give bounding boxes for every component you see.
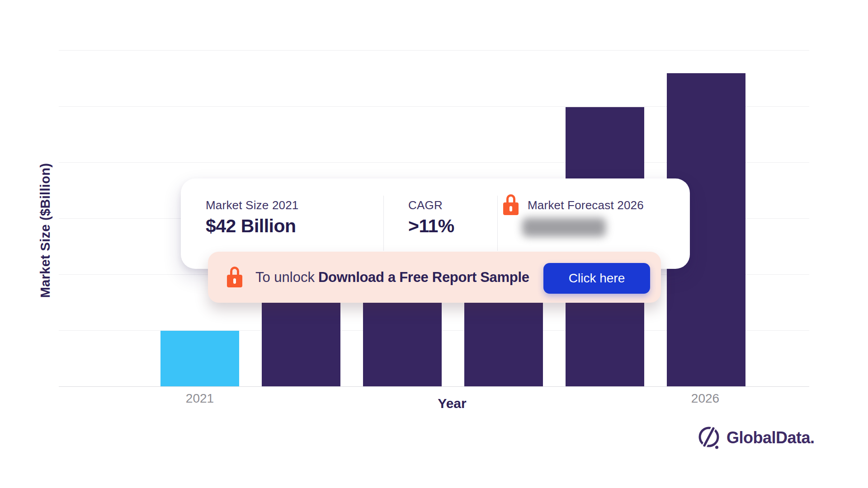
unlock-bold-text: Download a Free Report Sample: [318, 269, 529, 286]
forecast-stat: Market Forecast 2026: [503, 194, 644, 215]
lock-icon: [503, 194, 519, 215]
bar-2024: [464, 289, 543, 386]
x-tick-2026: 2026: [691, 391, 719, 406]
cagr-label: CAGR: [408, 198, 454, 212]
bar-2022: [262, 289, 340, 386]
x-axis-label: Year: [438, 396, 466, 411]
globaldata-logo-icon: [698, 425, 721, 450]
bar-2021: [160, 331, 239, 386]
gridline: [59, 50, 809, 51]
card-divider: [497, 196, 498, 251]
click-here-button[interactable]: Click here: [543, 263, 650, 294]
locked-forecast-value: [522, 218, 606, 237]
card-divider: [383, 196, 384, 251]
lock-icon: [227, 267, 242, 287]
market-size-stat: Market Size 2021 $42 Billion: [206, 198, 299, 237]
unlock-banner: To unlock Download a Free Report Sample …: [208, 252, 661, 303]
chart-canvas: Market Size ($Billion) 2021 2026 Year Ma…: [0, 0, 868, 488]
unlock-prefix: To unlock: [255, 269, 315, 286]
market-size-value: $42 Billion: [206, 216, 299, 237]
x-axis-line: [59, 386, 809, 387]
globaldata-logo: GlobalData.: [698, 425, 815, 450]
market-size-label: Market Size 2021: [206, 198, 299, 212]
cagr-stat: CAGR >11%: [408, 198, 454, 237]
unlock-message: To unlock Download a Free Report Sample: [255, 252, 529, 303]
y-axis-label: Market Size ($Billion): [38, 163, 53, 298]
bar-2023: [363, 289, 442, 386]
x-tick-2021: 2021: [186, 391, 214, 406]
forecast-label: Market Forecast 2026: [528, 194, 644, 212]
cagr-value: >11%: [408, 216, 454, 237]
globaldata-logo-text: GlobalData.: [726, 428, 815, 447]
